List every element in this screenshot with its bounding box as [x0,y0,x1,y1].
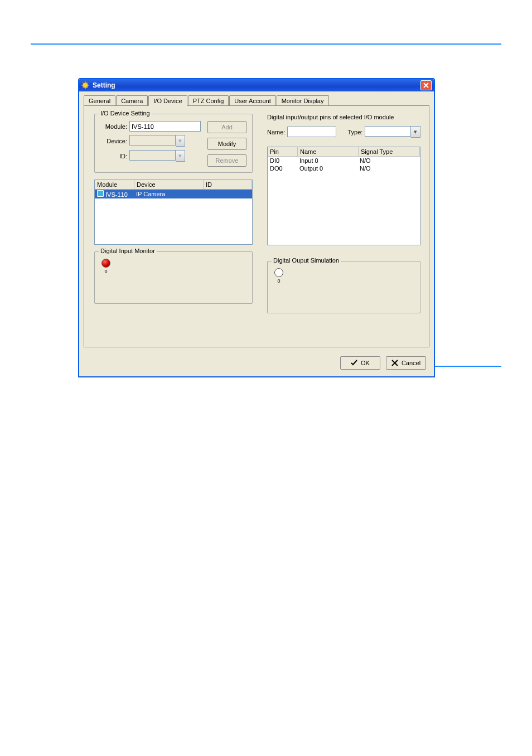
col-id[interactable]: ID [204,180,252,189]
col-pin[interactable]: Pin [268,147,298,156]
tab-camera[interactable]: Camera [116,95,148,106]
device-combo: ▾ [129,135,185,147]
led-red-icon [101,259,110,268]
id-combo: ▾ [129,150,185,162]
pin-type-label: Type: [347,129,362,135]
tab-body: I/O Device Setting Module: Device: [84,105,429,347]
pin-row[interactable]: DO0 Output 0 N/O [268,164,420,172]
cancel-button[interactable]: Cancel [386,356,426,370]
list-row[interactable]: IVS-110 IP Camera [95,190,252,198]
chevron-down-icon: ▾ [176,135,185,147]
app-icon [81,81,89,89]
pin-type-combo[interactable]: ▾ [365,126,420,138]
chevron-down-icon[interactable]: ▾ [411,126,420,138]
module-input[interactable] [129,121,201,132]
cell-pin: DI0 [268,157,297,164]
dim-legend: Digital Input Monitor [99,248,157,254]
check-icon [351,360,357,366]
cell-pin-name: Input 0 [297,157,357,164]
id-label: ID: [100,153,127,159]
cell-pin: DO0 [268,164,297,172]
pins-listview[interactable]: Pin Name Signal Type DI0 Input 0 N/O DO0… [267,147,420,245]
remove-button: Remove [207,154,246,167]
input-indicator-0: 0 [100,259,112,274]
page-top-rule [31,43,501,45]
cell-signal: N/O [357,157,420,164]
chevron-down-icon: ▾ [176,150,185,162]
device-combo-input [129,135,176,146]
led-off-icon[interactable] [274,268,283,277]
id-combo-input [129,150,176,161]
x-icon [391,360,398,366]
module-label: Module: [100,123,127,130]
close-button[interactable] [420,80,432,90]
device-icon [97,190,104,197]
dialog-buttons: OK Cancel [79,352,434,376]
cell-signal: N/O [357,164,420,172]
tab-io-device[interactable]: I/O Device [148,95,187,106]
pins-header: Pin Name Signal Type [268,147,420,157]
cell-module: IVS-110 [105,191,128,198]
io-device-setting-group: I/O Device Setting Module: Device: [94,114,253,173]
pin-name-input[interactable] [287,127,336,137]
col-pin-name[interactable]: Name [298,147,359,156]
tab-user-account[interactable]: User Account [229,95,275,106]
col-device[interactable]: Device [134,180,204,189]
col-signal-type[interactable]: Signal Type [359,147,420,156]
cell-device: IP Camera [134,191,202,197]
ok-button[interactable]: OK [340,356,380,370]
modify-button[interactable]: Modify [207,138,246,150]
cell-pin-name: Output 0 [297,164,357,172]
pin-type-input[interactable] [365,126,411,137]
dos-legend: Digital Ouput Simulation [272,257,341,264]
tabstrip: General Camera I/O Device PTZ Config Use… [79,91,434,105]
pin-row[interactable]: DI0 Input 0 N/O [268,157,420,164]
ok-label: OK [361,360,370,366]
input-indicator-label: 0 [104,269,107,274]
pin-name-label: Name: [267,129,285,135]
titlebar[interactable]: Setting [79,79,434,91]
col-module[interactable]: Module [95,180,134,189]
output-indicator-label: 0 [277,278,280,284]
module-listview[interactable]: Module Device ID IVS-110 IP Camera [94,180,253,245]
output-indicator-0[interactable]: 0 [273,268,284,284]
cancel-label: Cancel [402,360,420,366]
io-setting-legend: I/O Device Setting [99,110,152,117]
tab-ptz-config[interactable]: PTZ Config [188,95,229,106]
pins-title: Digital input/output pins of selected I/… [267,114,420,120]
tab-monitor-display[interactable]: Monitor Display [277,95,329,106]
tab-general[interactable]: General [84,95,115,106]
digital-input-monitor-group: Digital Input Monitor 0 [94,251,253,304]
add-button: Add [207,121,246,133]
digital-output-sim-group: Digital Ouput Simulation 0 [267,261,420,313]
window-title: Setting [93,81,420,89]
device-label: Device: [100,138,127,144]
settings-window: Setting General Camera I/O Device PTZ Co… [78,78,435,377]
listview-header: Module Device ID [95,180,252,190]
